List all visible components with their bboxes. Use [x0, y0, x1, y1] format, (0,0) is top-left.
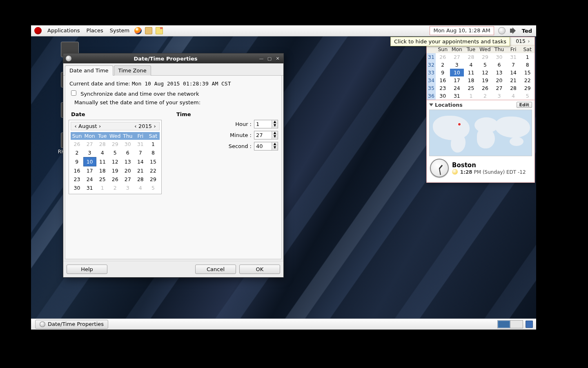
applet-calendar-day[interactable]: 19: [478, 76, 492, 84]
next-month-button[interactable]: ›: [97, 123, 103, 129]
calendar-day[interactable]: 1: [147, 140, 159, 148]
applet-calendar-day[interactable]: 14: [506, 69, 521, 76]
applet-calendar-day[interactable]: 2: [436, 61, 450, 69]
calendar-day[interactable]: 15: [147, 157, 159, 166]
user-menu[interactable]: Ted: [519, 28, 536, 34]
places-menu[interactable]: Places: [83, 25, 106, 36]
applet-calendar-day[interactable]: 30: [436, 92, 450, 100]
calendar-day[interactable]: 24: [83, 175, 96, 184]
applet-calendar-day[interactable]: 1: [520, 53, 535, 61]
calendar-day[interactable]: 3: [121, 184, 134, 192]
power-status-icon[interactable]: [498, 27, 506, 34]
dialog-titlebar[interactable]: Date/Time Properties — ▢ ✕: [63, 54, 283, 63]
calendar-day[interactable]: 23: [71, 175, 83, 184]
workspace-1[interactable]: [498, 321, 510, 328]
applet-calendar-day[interactable]: 15: [520, 69, 535, 76]
applet-calendar-day[interactable]: 5: [520, 92, 535, 100]
workspace-2[interactable]: [510, 321, 523, 328]
calendar-day[interactable]: 30: [121, 140, 134, 148]
calendar-day[interactable]: 31: [134, 140, 147, 148]
applet-calendar-day[interactable]: 31: [450, 92, 464, 100]
locations-header[interactable]: Locations Edit: [429, 102, 532, 108]
second-input[interactable]: [254, 142, 272, 150]
applet-calendar-day[interactable]: 4: [506, 92, 521, 100]
panel-clock[interactable]: Mon Aug 10, 1:28 AM: [430, 26, 494, 35]
applet-calendar-day[interactable]: 21: [506, 76, 521, 84]
applet-calendar-day[interactable]: 26: [436, 53, 450, 61]
prev-month-button[interactable]: ‹: [73, 123, 78, 129]
applet-calendar-day[interactable]: 24: [450, 84, 464, 92]
calendar-day[interactable]: 29: [109, 140, 121, 148]
firefox-launcher-icon[interactable]: [134, 27, 142, 34]
calendar-day[interactable]: 3: [83, 148, 96, 157]
tab-time-zone[interactable]: Time Zone: [114, 65, 151, 76]
calendar-day[interactable]: 4: [96, 148, 109, 157]
applet-calendar-day[interactable]: 20: [492, 76, 506, 84]
applet-calendar-day[interactable]: 12: [478, 69, 492, 76]
calendar-day[interactable]: 21: [134, 166, 147, 175]
notes-launcher-icon[interactable]: [156, 27, 163, 34]
applet-calendar-day[interactable]: 27: [450, 53, 464, 61]
applet-calendar-day[interactable]: 28: [464, 53, 478, 61]
locations-edit-button[interactable]: Edit: [517, 102, 532, 108]
applet-calendar-day[interactable]: 1: [464, 92, 478, 100]
calendar-day[interactable]: 28: [134, 175, 147, 184]
volume-icon[interactable]: [510, 28, 517, 34]
calendar-day[interactable]: 20: [121, 166, 134, 175]
applet-calendar-day[interactable]: 11: [464, 69, 478, 76]
taskbar-button-datetime[interactable]: Date/Time Properties: [35, 320, 108, 329]
calendar-day[interactable]: 2: [109, 184, 121, 192]
applet-calendar-day[interactable]: 29: [478, 53, 492, 61]
applet-calendar-day[interactable]: 28: [506, 84, 521, 92]
applet-calendar-day[interactable]: 4: [464, 61, 478, 69]
applet-calendar-day[interactable]: 5: [478, 61, 492, 69]
maximize-button[interactable]: ▢: [266, 55, 273, 62]
calendar-day[interactable]: 31: [83, 184, 96, 192]
applet-calendar-day[interactable]: 9: [436, 69, 450, 76]
calendar-day[interactable]: 1: [96, 184, 109, 192]
calendar-day[interactable]: 10: [83, 157, 96, 166]
cancel-button[interactable]: Cancel: [195, 265, 236, 274]
hour-down-button[interactable]: ▼: [272, 124, 278, 128]
distro-logo-icon[interactable]: [34, 27, 42, 34]
applet-calendar-day[interactable]: 6: [492, 61, 506, 69]
calendar-day[interactable]: 6: [121, 148, 134, 157]
calendar-day[interactable]: 14: [134, 157, 147, 166]
calendar-day[interactable]: 19: [109, 166, 121, 175]
calendar-day[interactable]: 7: [134, 148, 147, 157]
next-year-button[interactable]: ›: [152, 123, 158, 129]
applet-calendar-day[interactable]: 26: [478, 84, 492, 92]
calendar-day[interactable]: 17: [83, 166, 96, 175]
prev-year-button[interactable]: ‹: [133, 123, 138, 129]
minimize-button[interactable]: —: [258, 55, 265, 62]
applet-next-button[interactable]: ›: [526, 38, 532, 44]
calendar-day[interactable]: 11: [96, 157, 109, 166]
calendar-day[interactable]: 22: [147, 166, 159, 175]
calendar-day[interactable]: 2: [71, 148, 83, 157]
calendar-day[interactable]: 30: [71, 184, 83, 192]
applet-calendar-day[interactable]: 22: [520, 76, 535, 84]
world-map[interactable]: [429, 110, 532, 156]
applet-calendar-day[interactable]: 23: [436, 84, 450, 92]
applet-calendar-day[interactable]: 8: [520, 61, 535, 69]
hour-input[interactable]: [254, 120, 272, 128]
applet-calendar-day[interactable]: 27: [492, 84, 506, 92]
calendar-day[interactable]: 27: [83, 140, 96, 148]
trash-icon[interactable]: [526, 321, 533, 328]
second-down-button[interactable]: ▼: [272, 146, 278, 150]
minute-down-button[interactable]: ▼: [272, 135, 278, 139]
sync-checkbox[interactable]: [71, 90, 76, 96]
applet-calendar-day[interactable]: 31: [506, 53, 521, 61]
calendar-day[interactable]: 28: [96, 140, 109, 148]
calendar-day[interactable]: 18: [96, 166, 109, 175]
minute-input[interactable]: [254, 131, 272, 139]
file-manager-launcher-icon[interactable]: [145, 27, 152, 34]
applet-calendar-day[interactable]: 3: [492, 92, 506, 100]
system-menu[interactable]: System: [107, 25, 133, 36]
applet-calendar-day[interactable]: 7: [506, 61, 521, 69]
calendar-day[interactable]: 8: [147, 148, 159, 157]
applet-calendar-day[interactable]: 13: [492, 69, 506, 76]
applications-menu[interactable]: Applications: [44, 25, 83, 36]
tab-date-and-time[interactable]: Date and Time: [65, 65, 113, 76]
workspace-switcher[interactable]: [497, 320, 523, 328]
